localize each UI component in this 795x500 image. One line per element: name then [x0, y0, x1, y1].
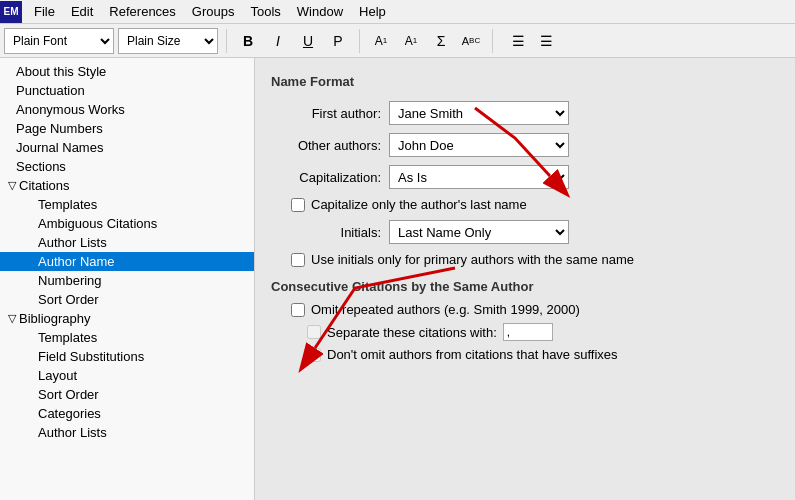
content-area: Name Format First author: Jane Smith J. …: [255, 58, 795, 500]
capitalization-select[interactable]: As Is All Caps Lowercase Title Case: [389, 165, 569, 189]
name-format-title: Name Format: [271, 74, 779, 89]
menu-edit[interactable]: Edit: [63, 2, 101, 21]
sidebar-item-authorname[interactable]: Author Name: [0, 252, 254, 271]
use-initials-label: Use initials only for primary authors wi…: [311, 252, 634, 267]
initials-label: Initials:: [271, 225, 381, 240]
sidebar: About this Style Punctuation Anonymous W…: [0, 58, 255, 500]
omit-repeated-checkbox[interactable]: [291, 303, 305, 317]
italic-button[interactable]: I: [265, 28, 291, 54]
separator-input[interactable]: [503, 323, 553, 341]
toolbar-divider-1: [226, 29, 227, 53]
sidebar-item-journalnames[interactable]: Journal Names: [0, 138, 254, 157]
app-icon: EM: [0, 1, 22, 23]
first-author-select[interactable]: Jane Smith J. Smith Smith, Jane Smith, J…: [389, 101, 569, 125]
align-buttons: ☰ ☰: [505, 28, 559, 54]
dont-omit-label: Don't omit authors from citations that h…: [327, 347, 618, 362]
sidebar-item-sortorder-bibliography[interactable]: Sort Order: [0, 385, 254, 404]
other-authors-group: Other authors: John Doe J. Doe Doe, John…: [271, 133, 779, 157]
initials-select[interactable]: Last Name Only First Name Only Full Name…: [389, 220, 569, 244]
toolbar-divider-2: [359, 29, 360, 53]
capitalization-label: Capitalization:: [271, 170, 381, 185]
sidebar-item-about[interactable]: About this Style: [0, 62, 254, 81]
capitalize-lastname-checkbox[interactable]: [291, 198, 305, 212]
dont-omit-row: Don't omit authors from citations that h…: [307, 347, 779, 362]
sidebar-item-templates-bibliography[interactable]: Templates: [0, 328, 254, 347]
sidebar-item-sortorder-citations[interactable]: Sort Order: [0, 290, 254, 309]
citations-toggle-icon[interactable]: ▽: [8, 179, 16, 192]
capitalize-lastname-row: Capitalize only the author's last name: [291, 197, 779, 212]
font-select[interactable]: Plain Font: [4, 28, 114, 54]
other-authors-label: Other authors:: [271, 138, 381, 153]
capitalize-lastname-label: Capitalize only the author's last name: [311, 197, 527, 212]
sidebar-item-authorlists-citations[interactable]: Author Lists: [0, 233, 254, 252]
sidebar-item-categories[interactable]: Categories: [0, 404, 254, 423]
sidebar-group-bibliography[interactable]: ▽ Bibliography: [0, 309, 254, 328]
sidebar-item-numbering[interactable]: Numbering: [0, 271, 254, 290]
sidebar-item-ambiguous[interactable]: Ambiguous Citations: [0, 214, 254, 233]
capitalization-group: Capitalization: As Is All Caps Lowercase…: [271, 165, 779, 189]
menu-bar: EM File Edit References Groups Tools Win…: [0, 0, 795, 24]
use-initials-checkbox[interactable]: [291, 253, 305, 267]
menu-window[interactable]: Window: [289, 2, 351, 21]
separate-with-checkbox[interactable]: [307, 325, 321, 339]
sidebar-item-bibliography-label: Bibliography: [19, 311, 91, 326]
menu-tools[interactable]: Tools: [242, 2, 288, 21]
menu-groups[interactable]: Groups: [184, 2, 243, 21]
main-layout: About this Style Punctuation Anonymous W…: [0, 58, 795, 500]
paragraph-button[interactable]: P: [325, 28, 351, 54]
sidebar-group-citations[interactable]: ▽ Citations: [0, 176, 254, 195]
sigma-button[interactable]: Σ: [428, 28, 454, 54]
first-author-group: First author: Jane Smith J. Smith Smith,…: [271, 101, 779, 125]
sidebar-item-punctuation[interactable]: Punctuation: [0, 81, 254, 100]
sidebar-item-anonymous[interactable]: Anonymous Works: [0, 100, 254, 119]
first-author-label: First author:: [271, 106, 381, 121]
separate-with-label: Separate these citations with:: [327, 325, 497, 340]
sidebar-item-authorlists-bibliography[interactable]: Author Lists: [0, 423, 254, 442]
initials-group: Initials: Last Name Only First Name Only…: [271, 220, 779, 244]
menu-file[interactable]: File: [26, 2, 63, 21]
dont-omit-checkbox[interactable]: [307, 348, 321, 362]
underline-button[interactable]: U: [295, 28, 321, 54]
menu-help[interactable]: Help: [351, 2, 394, 21]
align-right-button[interactable]: ☰: [533, 28, 559, 54]
menu-references[interactable]: References: [101, 2, 183, 21]
sidebar-item-sections[interactable]: Sections: [0, 157, 254, 176]
separate-with-row: Separate these citations with:: [307, 323, 779, 341]
toolbar: Plain Font Plain Size B I U P A1 A1 Σ AB…: [0, 24, 795, 58]
sidebar-item-citations-label: Citations: [19, 178, 70, 193]
omit-repeated-row: Omit repeated authors (e.g. Smith 1999, …: [291, 302, 779, 317]
other-authors-select[interactable]: John Doe J. Doe Doe, John Doe, J.: [389, 133, 569, 157]
app-icon-text: EM: [4, 6, 19, 17]
consecutive-title: Consecutive Citations by the Same Author: [271, 279, 779, 294]
use-initials-row: Use initials only for primary authors wi…: [291, 252, 779, 267]
bold-button[interactable]: B: [235, 28, 261, 54]
bibliography-toggle-icon[interactable]: ▽: [8, 312, 16, 325]
sidebar-item-layout[interactable]: Layout: [0, 366, 254, 385]
toolbar-divider-3: [492, 29, 493, 53]
superscript-button[interactable]: A1: [368, 28, 394, 54]
abc-button[interactable]: ABC: [458, 28, 484, 54]
sidebar-item-pagenumbers[interactable]: Page Numbers: [0, 119, 254, 138]
sidebar-item-templates-citations[interactable]: Templates: [0, 195, 254, 214]
align-left-button[interactable]: ☰: [505, 28, 531, 54]
omit-repeated-label: Omit repeated authors (e.g. Smith 1999, …: [311, 302, 580, 317]
size-select[interactable]: Plain Size: [118, 28, 218, 54]
subscript-button[interactable]: A1: [398, 28, 424, 54]
sidebar-item-fieldsubstitutions[interactable]: Field Substitutions: [0, 347, 254, 366]
